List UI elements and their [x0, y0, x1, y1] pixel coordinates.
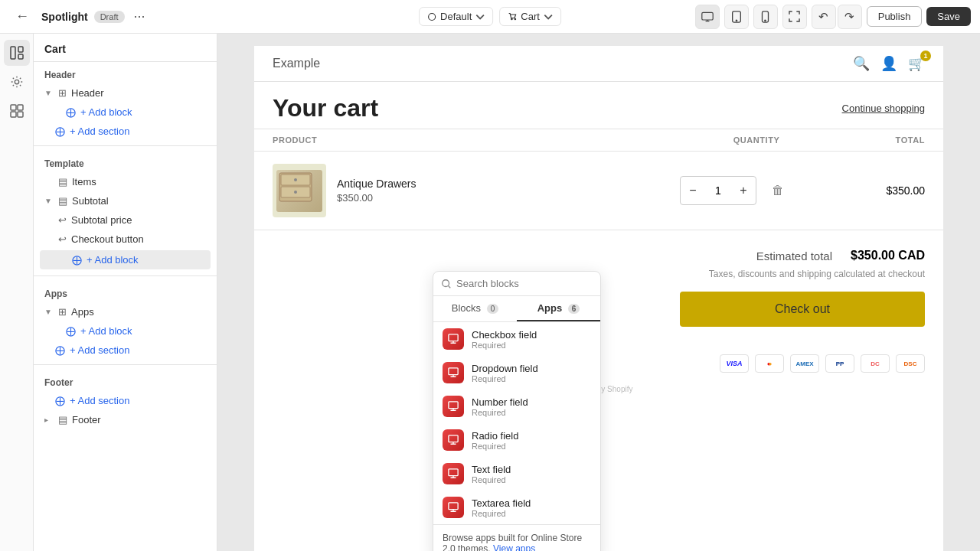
chevron-icon: ▼	[44, 197, 54, 205]
save-button[interactable]: Save	[926, 7, 971, 26]
sidebar-item-footer[interactable]: ▸ ▤ Footer	[34, 410, 217, 429]
block-picker-tabs: Blocks 0 Apps 6	[433, 296, 600, 322]
draft-badge: Draft	[94, 11, 125, 23]
svg-rect-27	[449, 503, 458, 510]
add-block-subtotal-link[interactable]: ⨁ + Add block	[40, 250, 211, 269]
add-section-footer-link[interactable]: ⨁ + Add section	[34, 391, 217, 410]
picker-item-name: Number field	[472, 396, 528, 408]
search-store-icon[interactable]: 🔍	[853, 55, 870, 72]
fullscreen-icon-btn[interactable]	[782, 5, 807, 29]
continue-shopping-link[interactable]: Continue shopping	[842, 103, 925, 114]
svg-rect-13	[18, 105, 23, 110]
publish-button[interactable]: Publish	[867, 6, 923, 27]
sections-icon-btn[interactable]	[4, 40, 30, 66]
item-total: $350.00	[833, 184, 925, 197]
svg-rect-25	[449, 435, 458, 442]
picker-item-name: Dropdown field	[472, 363, 538, 374]
view-apps-link[interactable]: View apps	[493, 543, 535, 551]
picker-item[interactable]: Textarea field Required	[433, 491, 600, 524]
picker-item-name: Radio field	[472, 430, 518, 442]
section-sidebar: Cart Header ▼ ⊞ Header ⨁ + Add block ⨁ +…	[34, 34, 217, 551]
cart-item-info: Antique Drawers $350.00	[273, 164, 680, 217]
search-blocks-input[interactable]	[456, 278, 593, 289]
total-col-header: TOTAL	[833, 135, 925, 145]
tab-apps[interactable]: Apps 6	[517, 296, 600, 321]
cart-dropdown[interactable]: Cart	[499, 7, 561, 26]
add-block-apps-link[interactable]: ⨁ + Add block	[34, 321, 217, 341]
sidebar-item-subtotal-price[interactable]: ↩ Subtotal price	[34, 210, 217, 230]
add-block-header-link[interactable]: ⨁ + Add block	[34, 103, 217, 122]
svg-point-21	[443, 279, 449, 286]
svg-rect-23	[449, 368, 458, 375]
mobile-icon-btn[interactable]	[753, 5, 778, 29]
picker-item-icon	[443, 497, 464, 518]
delete-item-btn[interactable]: 🗑	[772, 184, 784, 197]
svg-rect-10	[18, 54, 23, 59]
picker-item-icon	[443, 328, 464, 350]
add-section-apps-link[interactable]: ⨁ + Add section	[34, 341, 217, 360]
product-col-header: PRODUCT	[273, 135, 680, 145]
default-dropdown[interactable]: Default	[419, 7, 493, 26]
search-icon	[441, 279, 452, 289]
chevron-icon: ▼	[44, 89, 54, 97]
svg-rect-3	[702, 12, 713, 20]
account-icon[interactable]: 👤	[880, 55, 897, 72]
header-group-label: Header	[34, 62, 217, 83]
picker-item-sub: Required	[472, 509, 531, 518]
sidebar-item-checkout-button[interactable]: ↩ Checkout button	[34, 230, 217, 249]
svg-rect-15	[18, 112, 23, 117]
qty-increase-btn[interactable]: +	[731, 177, 756, 204]
checkout-button[interactable]: Check out	[680, 292, 925, 327]
chevron-down-icon	[544, 12, 553, 21]
svg-rect-22	[449, 334, 458, 341]
tab-blocks[interactable]: Blocks 0	[433, 296, 517, 321]
picker-item-name: Checkbox field	[472, 329, 537, 341]
svg-point-7	[765, 20, 766, 21]
diners-icon: DC	[861, 354, 890, 373]
settings-icon-btn[interactable]	[4, 69, 30, 95]
cart-store-icon[interactable]: 🛒 1	[908, 55, 925, 72]
picker-item[interactable]: Number field Required	[433, 390, 600, 423]
picker-item[interactable]: Text field Required	[433, 457, 600, 491]
estimated-label: Estimated total	[756, 249, 832, 262]
blocks-count-badge: 0	[487, 304, 499, 314]
add-section-header-link[interactable]: ⨁ + Add section	[34, 122, 217, 141]
undo-button[interactable]: ↶	[812, 5, 836, 29]
picker-item-sub: Required	[472, 442, 518, 451]
redo-button[interactable]: ↷	[838, 5, 862, 29]
apps-icon-btn[interactable]	[4, 98, 30, 124]
sidebar-item-subtotal[interactable]: ▼ ▤ Subtotal	[34, 191, 217, 210]
svg-rect-26	[449, 469, 458, 476]
store-icons: 🔍 👤 🛒 1	[853, 55, 925, 72]
back-button[interactable]: ←	[9, 4, 35, 30]
paypal-icon: PP	[825, 354, 854, 373]
cart-table-header: PRODUCT QUANTITY TOTAL	[254, 129, 943, 152]
sidebar-item-header[interactable]: ▼ ⊞ Header	[34, 83, 217, 103]
mastercard-icon: ●●	[755, 354, 784, 373]
quantity-col-header: QUANTITY	[680, 135, 833, 145]
apps-group-label: Apps	[34, 281, 217, 302]
qty-decrease-btn[interactable]: −	[681, 177, 705, 204]
icon-sidebar	[0, 34, 34, 551]
picker-list: Checkbox field Required Dropdown field R…	[433, 322, 600, 524]
sidebar-item-apps[interactable]: ▼ ⊞ Apps	[34, 302, 217, 321]
cart-badge-count: 1	[920, 51, 931, 61]
cart-title: Your cart	[273, 94, 378, 122]
svg-point-20	[294, 191, 297, 194]
desktop-icon-btn[interactable]	[695, 5, 720, 29]
cart-item: Antique Drawers $350.00 − 1 + 🗑 $350.00	[254, 152, 943, 230]
more-button[interactable]: ···	[131, 7, 149, 26]
sidebar-item-items[interactable]: ▤ Items	[34, 172, 217, 191]
cart-title-area: Your cart Continue shopping	[254, 82, 943, 129]
sidebar-cart-label: Cart	[34, 34, 217, 62]
picker-item[interactable]: Dropdown field Required	[433, 356, 600, 390]
picker-item[interactable]: Checkbox field Required	[433, 322, 600, 356]
picker-item[interactable]: Radio field Required	[433, 423, 600, 457]
tablet-icon-btn[interactable]	[724, 5, 749, 29]
picker-item-name: Textarea field	[472, 497, 531, 509]
picker-footer: Browse apps built for Online Store 2.0 t…	[433, 524, 600, 551]
template-group-label: Template	[34, 151, 217, 172]
product-price: $350.00	[337, 192, 416, 204]
picker-item-sub: Required	[472, 374, 538, 383]
picker-item-icon	[443, 362, 464, 383]
